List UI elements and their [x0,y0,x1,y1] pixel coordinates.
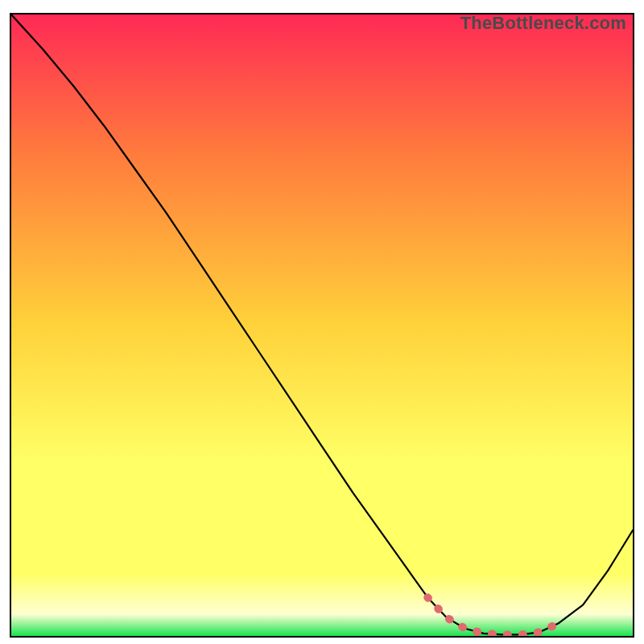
chart-frame: TheBottleneck.com [10,13,634,638]
chart-plot [11,14,633,636]
watermark-text: TheBottleneck.com [460,13,626,34]
chart-background-gradient [11,14,633,636]
